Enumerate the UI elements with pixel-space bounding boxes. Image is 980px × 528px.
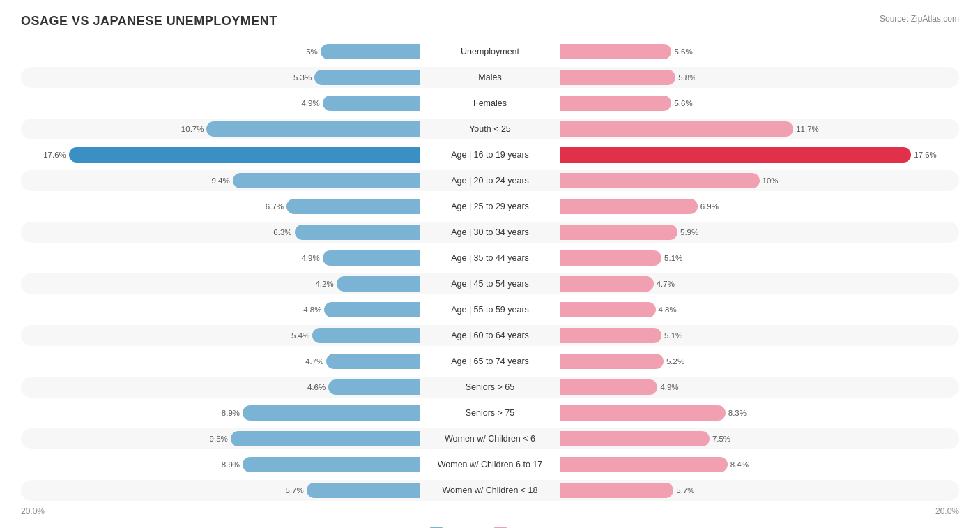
bar-value-right: 4.8%: [659, 306, 677, 314]
bar-center-label: Age | 30 to 34 years: [420, 227, 560, 237]
bar-value-left: 5%: [306, 47, 318, 56]
bar-value-right: 4.9%: [660, 383, 678, 391]
bar-row: 6.7%Age | 25 to 29 years6.9%: [21, 195, 959, 218]
bar-value-right: 5.7%: [676, 486, 694, 495]
bar-center-label: Females: [420, 98, 560, 108]
bar-value-left: 6.3%: [273, 228, 291, 236]
bar-center-label: Seniors > 65: [420, 382, 560, 392]
bar-value-left: 17.6%: [43, 151, 66, 159]
bar-value-right: 5.9%: [680, 228, 698, 236]
bar-row: 5.3%Males5.8%: [21, 66, 959, 89]
bar-value-left: 5.4%: [291, 331, 309, 340]
bar-center-label: Age | 35 to 44 years: [420, 253, 560, 263]
bar-center-label: Women w/ Children < 18: [420, 485, 560, 495]
bar-center-label: Women w/ Children 6 to 17: [420, 460, 560, 469]
bar-value-right: 5.1%: [664, 254, 682, 262]
bar-value-left: 6.7%: [266, 202, 284, 211]
bar-row: 4.2%Age | 45 to 54 years4.7%: [21, 272, 959, 296]
bar-value-left: 4.8%: [303, 306, 321, 314]
bar-value-left: 4.2%: [315, 280, 333, 288]
bar-center-label: Males: [420, 73, 560, 82]
bar-value-left: 4.7%: [305, 357, 323, 365]
bar-center-label: Age | 20 to 24 years: [420, 176, 560, 186]
bar-value-right: 5.2%: [666, 357, 684, 365]
bar-value-right: 10%: [763, 176, 779, 185]
axis-labels: 20.0% 20.0%: [21, 506, 959, 516]
bar-row: 10.7%Youth < 2511.7%: [21, 117, 959, 141]
bar-value-right: 5.1%: [664, 331, 682, 340]
bar-value-right: 6.9%: [700, 202, 719, 211]
chart-title: OSAGE VS JAPANESE UNEMPLOYMENT: [21, 14, 277, 29]
bar-row: 8.9%Seniors > 758.3%: [21, 401, 959, 425]
bar-value-left: 4.6%: [307, 383, 326, 391]
bar-value-right: 17.6%: [914, 151, 937, 159]
bar-row: 4.8%Age | 55 to 59 years4.8%: [21, 298, 959, 322]
bar-value-right: 11.7%: [796, 125, 819, 133]
bar-center-label: Youth < 25: [420, 124, 560, 134]
axis-right-label: 20.0%: [935, 506, 959, 516]
bar-value-left: 4.9%: [301, 254, 319, 262]
bar-center-label: Age | 16 to 19 years: [420, 150, 560, 160]
bar-value-left: 9.5%: [210, 435, 228, 443]
bar-row: 5.4%Age | 60 to 64 years5.1%: [21, 324, 959, 347]
bar-center-label: Age | 25 to 29 years: [420, 202, 560, 211]
bar-row: 6.3%Age | 30 to 34 years5.9%: [21, 220, 959, 244]
bar-center-label: Women w/ Children < 6: [420, 434, 560, 444]
bar-value-right: 4.7%: [657, 280, 675, 288]
bar-value-left: 4.9%: [301, 99, 319, 107]
bar-row: 4.7%Age | 65 to 74 years5.2%: [21, 349, 959, 373]
bar-center-label: Seniors > 75: [420, 408, 560, 418]
bar-value-left: 8.9%: [222, 409, 240, 417]
bar-row: 5.7%Women w/ Children < 185.7%: [21, 478, 959, 502]
bar-row: 5%Unemployment5.6%: [21, 40, 959, 63]
bar-value-right: 5.6%: [674, 47, 692, 56]
bar-value-right: 8.4%: [730, 460, 749, 469]
bar-row: 9.5%Women w/ Children < 67.5%: [21, 427, 959, 451]
bar-value-left: 10.7%: [181, 125, 204, 133]
bar-center-label: Age | 65 to 74 years: [420, 356, 560, 366]
chart-header: OSAGE VS JAPANESE UNEMPLOYMENT Source: Z…: [21, 14, 959, 29]
bar-value-left: 8.9%: [222, 460, 240, 469]
bar-value-left: 5.7%: [285, 486, 303, 495]
bar-row: 17.6%Age | 16 to 19 years17.6%: [21, 143, 959, 167]
bar-row: 4.6%Seniors > 654.9%: [21, 375, 959, 399]
bar-row: 8.9%Women w/ Children 6 to 178.4%: [21, 453, 959, 476]
bar-value-left: 9.4%: [211, 176, 229, 185]
bar-row: 9.4%Age | 20 to 24 years10%: [21, 169, 959, 193]
bar-value-right: 5.6%: [674, 99, 692, 107]
axis-left-label: 20.0%: [21, 506, 45, 516]
bar-center-label: Unemployment: [420, 47, 560, 56]
bar-center-label: Age | 45 to 54 years: [420, 279, 560, 289]
bar-center-label: Age | 55 to 59 years: [420, 305, 560, 315]
chart-source: Source: ZipAtlas.com: [880, 14, 959, 24]
bar-center-label: Age | 60 to 64 years: [420, 331, 560, 340]
bar-row: 4.9%Age | 35 to 44 years5.1%: [21, 246, 959, 270]
bar-value-right: 7.5%: [712, 435, 730, 443]
bar-row: 4.9%Females5.6%: [21, 91, 959, 115]
chart-area: 5%Unemployment5.6%5.3%Males5.8%4.9%Femal…: [21, 40, 959, 502]
bar-value-right: 5.8%: [678, 73, 696, 82]
chart-container: OSAGE VS JAPANESE UNEMPLOYMENT Source: Z…: [0, 0, 980, 528]
bar-value-left: 5.3%: [293, 73, 312, 82]
bar-value-right: 8.3%: [728, 409, 747, 417]
